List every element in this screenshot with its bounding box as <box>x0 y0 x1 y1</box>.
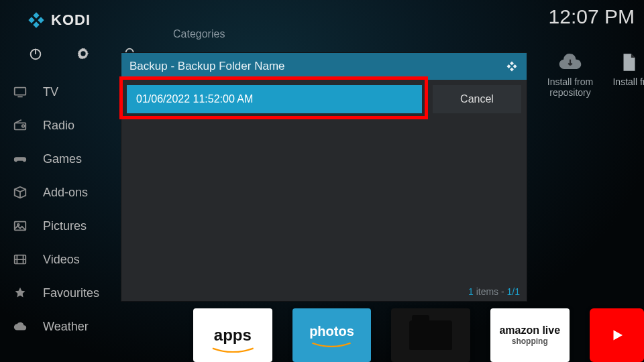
sidebar-item-label: Add-ons <box>43 186 88 200</box>
dialog-title-text: Backup - Backup Folder Name <box>129 60 285 73</box>
photos-label: photos <box>309 324 354 339</box>
install-from-zip-tile[interactable]: Install fr <box>596 51 644 87</box>
footer-items: items <box>476 286 498 297</box>
amazon-smile-icon <box>311 342 352 347</box>
app-name: KODI <box>51 11 91 29</box>
sidebar-item-label: Radio <box>43 119 74 133</box>
footer-count: 1 <box>468 286 474 297</box>
tile-label: Install fr <box>596 76 644 87</box>
folder-icon <box>409 320 452 350</box>
amazon-live-label: amazon live <box>499 324 560 337</box>
box-icon <box>12 184 28 200</box>
dialog-body: 01/06/2022 11:52:00 AM Cancel 1 items - … <box>121 80 527 301</box>
dialog-list: 01/06/2022 11:52:00 AM <box>127 85 422 113</box>
clock: 12:07 PM <box>549 5 635 28</box>
kodi-icon <box>505 60 519 73</box>
footer-page: 1/1 <box>507 286 520 297</box>
backup-folder-item[interactable]: 01/06/2022 11:52:00 AM <box>127 85 422 113</box>
sidebar-item-label: Videos <box>43 253 80 267</box>
cloud-icon <box>12 318 28 335</box>
tv-icon <box>12 84 28 100</box>
apps-tile[interactable]: apps <box>193 308 272 362</box>
sidebar-item-label: Games <box>43 152 82 166</box>
film-icon <box>12 251 28 267</box>
apps-label: apps <box>214 326 252 345</box>
sidebar-item-label: TV <box>43 85 58 99</box>
svg-point-7 <box>22 125 25 127</box>
star-icon <box>12 285 28 301</box>
radio-icon <box>12 117 28 133</box>
amazon-live-sub: shopping <box>512 337 548 346</box>
power-icon[interactable] <box>26 44 45 63</box>
categories-label: Categories <box>173 28 225 40</box>
amazon-live-tile[interactable]: amazon live shopping <box>490 308 570 362</box>
sidebar-item-label: Favourites <box>43 286 99 300</box>
dialog-right-panel: Cancel <box>433 85 521 113</box>
kodi-logo-icon <box>27 11 46 29</box>
footer-sep: - <box>501 286 507 297</box>
gear-icon[interactable] <box>74 44 93 63</box>
play-icon <box>604 323 629 347</box>
cancel-button[interactable]: Cancel <box>433 85 521 113</box>
tile-label: Install from repository <box>537 76 604 98</box>
amazon-smile-icon <box>209 347 257 353</box>
header: KODI 12:07 PM <box>0 0 644 40</box>
youtube-tile[interactable] <box>590 308 644 362</box>
sidebar-item-label: Weather <box>43 320 89 334</box>
sidebar-item-label: Pictures <box>43 219 87 233</box>
apps-row: apps photos amazon live shopping <box>173 308 644 362</box>
dialog-titlebar: Backup - Backup Folder Name <box>121 53 527 80</box>
backup-dialog: Backup - Backup Folder Name 01/06/2022 1… <box>121 52 527 302</box>
photos-tile[interactable]: photos <box>292 308 372 362</box>
dialog-footer: 1 items - 1/1 <box>468 286 520 297</box>
image-icon <box>12 218 28 234</box>
sidebar-item-weather[interactable]: Weather <box>0 310 166 343</box>
svg-rect-4 <box>15 88 26 95</box>
gamepad-icon <box>12 151 28 167</box>
kodi-logo: KODI <box>27 11 91 29</box>
install-from-repository-tile[interactable]: Install from repository <box>537 51 604 98</box>
folder-tile[interactable] <box>391 308 470 362</box>
